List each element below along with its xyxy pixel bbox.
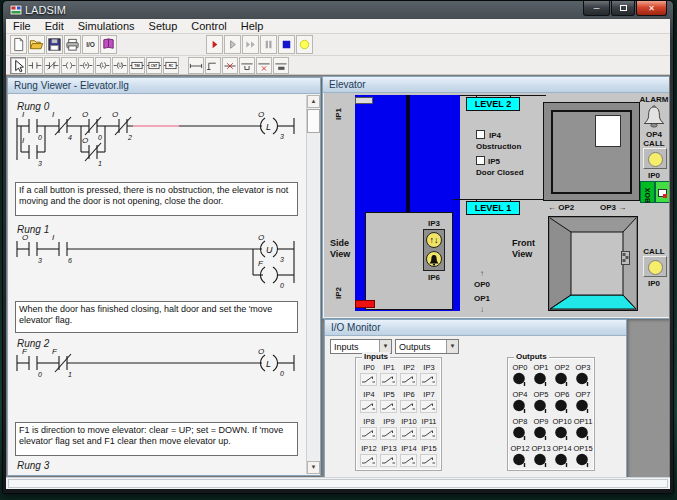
ip8-switch[interactable]	[360, 426, 376, 442]
counter-button[interactable]: CNT	[146, 57, 162, 74]
maximize-button[interactable]	[611, 1, 635, 16]
car-updown-button[interactable]: ↑↓	[426, 232, 442, 248]
ip6-switch[interactable]	[400, 399, 416, 415]
op9-label: OP9	[531, 417, 551, 426]
ip4-switch[interactable]	[360, 399, 376, 415]
dropdown-arrow-icon[interactable]: ▼	[446, 340, 458, 353]
ip2-switch[interactable]	[400, 372, 416, 388]
special-coil-button[interactable]: =	[78, 57, 94, 74]
close-button[interactable]: ✕	[636, 1, 667, 16]
horizontal-link-button[interactable]	[188, 57, 204, 74]
ip4-checkbox[interactable]	[476, 130, 485, 139]
svg-text:F: F	[52, 349, 58, 356]
move-rung-button[interactable]	[273, 57, 289, 74]
op11-label: OP11	[573, 417, 593, 426]
ip10-switch[interactable]	[400, 426, 416, 442]
call-button-bottom[interactable]	[643, 256, 667, 277]
svg-text:3: 3	[280, 133, 284, 140]
rung-1-diagram: O3I6UO3F0	[11, 235, 300, 291]
op2-led	[554, 372, 570, 388]
elevator-title[interactable]: Elevator	[323, 77, 670, 93]
rung-0-comment[interactable]: If a call button is pressed, there is no…	[15, 182, 298, 216]
vertical-link-button[interactable]	[205, 57, 221, 74]
fast-forward-button[interactable]	[242, 35, 259, 54]
reset-button[interactable]: RC	[163, 57, 179, 74]
rung-2-diagram: F0F1LO0	[11, 349, 300, 379]
rung-2-comment[interactable]: F1 is direction to move elevator: clear …	[15, 422, 298, 456]
call-top-label: CALL	[634, 139, 670, 148]
ip9-switch[interactable]	[380, 426, 396, 442]
outputs-legend: Outputs	[514, 352, 549, 361]
help-book-button[interactable]	[100, 35, 117, 54]
ip11-switch[interactable]	[420, 426, 436, 442]
contact-nc-button[interactable]	[44, 57, 60, 74]
io-monitor-title[interactable]: I/O Monitor	[325, 320, 626, 336]
run-button[interactable]	[206, 35, 223, 54]
ip5-checkbox[interactable]	[476, 156, 485, 165]
ip14-switch[interactable]	[400, 453, 416, 469]
pointer-button[interactable]	[10, 57, 26, 74]
ip8-label: IP8	[359, 417, 379, 426]
op3-label: OP3 →	[600, 203, 626, 212]
ip1-switch[interactable]	[380, 372, 396, 388]
op10-led	[554, 426, 570, 442]
menu-file[interactable]: File	[6, 19, 38, 33]
minimize-button[interactable]: ─	[583, 1, 610, 16]
op4-led	[512, 399, 528, 415]
menu-setup[interactable]: Setup	[142, 19, 185, 33]
outputs-group: Outputs OP0OP1OP2OP3OP4OP5OP6OP7OP8OP9OP…	[507, 357, 595, 471]
stop-button[interactable]	[278, 35, 295, 54]
outputs-dropdown[interactable]: Outputs ▼	[395, 339, 459, 354]
scrollbar-thumb[interactable]	[307, 109, 320, 133]
svg-text:O: O	[82, 112, 88, 119]
bell-icon	[427, 253, 441, 267]
step-button[interactable]	[224, 35, 241, 54]
ip5-switch[interactable]	[380, 399, 396, 415]
scroll-up-button[interactable]: ▲	[307, 95, 320, 108]
ip13-switch[interactable]	[380, 453, 396, 469]
call-bottom-label: CALL	[634, 247, 670, 256]
output-coil-button[interactable]	[61, 57, 77, 74]
delete-link-button[interactable]	[222, 57, 238, 74]
print-button[interactable]	[64, 35, 81, 54]
latch-coil-button[interactable]: L	[95, 57, 111, 74]
car-alarm-button[interactable]	[426, 251, 442, 267]
scroll-down-button[interactable]: ▼	[307, 461, 320, 474]
delete-rung-button[interactable]	[256, 57, 272, 74]
new-button[interactable]	[10, 35, 27, 54]
op7-led	[575, 399, 591, 415]
marker-button[interactable]	[296, 35, 313, 54]
rung-0-label: Rung 0	[17, 101, 306, 112]
ip0-switch[interactable]	[360, 372, 376, 388]
titlebar[interactable]: LADSIM ─ ✕	[3, 1, 673, 19]
ip15-switch[interactable]	[420, 453, 436, 469]
open-button[interactable]	[28, 35, 45, 54]
unlatch-coil-button[interactable]: U	[112, 57, 128, 74]
menu-simulations[interactable]: Simulations	[71, 19, 142, 33]
ip12-switch[interactable]	[360, 453, 376, 469]
rung-viewer-scrollbar[interactable]: ▲ ▼	[306, 95, 319, 474]
pause-button[interactable]	[260, 35, 277, 54]
ip3-switch[interactable]	[420, 372, 436, 388]
ip7-switch[interactable]	[420, 399, 436, 415]
rung-viewer-title[interactable]: Rung Viewer - Elevator.llg	[8, 78, 320, 94]
op7-label: OP7	[573, 390, 593, 399]
door-closed-label: Door Closed	[476, 168, 524, 177]
insert-rung-button[interactable]	[239, 57, 255, 74]
call-button-top[interactable]	[643, 148, 667, 169]
rung-1-comment[interactable]: When the door has finished closing, halt…	[15, 301, 298, 333]
scroll-down-icon: ▼	[311, 464, 317, 470]
io-button[interactable]: I/O	[82, 35, 99, 54]
box-icon[interactable]	[655, 181, 670, 203]
menu-edit[interactable]: Edit	[38, 19, 71, 33]
svg-text:4: 4	[68, 134, 72, 141]
contact-no-button[interactable]	[27, 57, 43, 74]
svg-text:=: =	[85, 63, 88, 68]
rung-1-label: Rung 1	[17, 224, 306, 235]
timer-button[interactable]: TIM	[129, 57, 145, 74]
inputs-dropdown-value: Inputs	[334, 342, 359, 352]
menu-help[interactable]: Help	[234, 19, 271, 33]
save-button[interactable]	[46, 35, 63, 54]
menu-control[interactable]: Control	[184, 19, 233, 33]
ip2-label: IP2	[399, 363, 419, 372]
